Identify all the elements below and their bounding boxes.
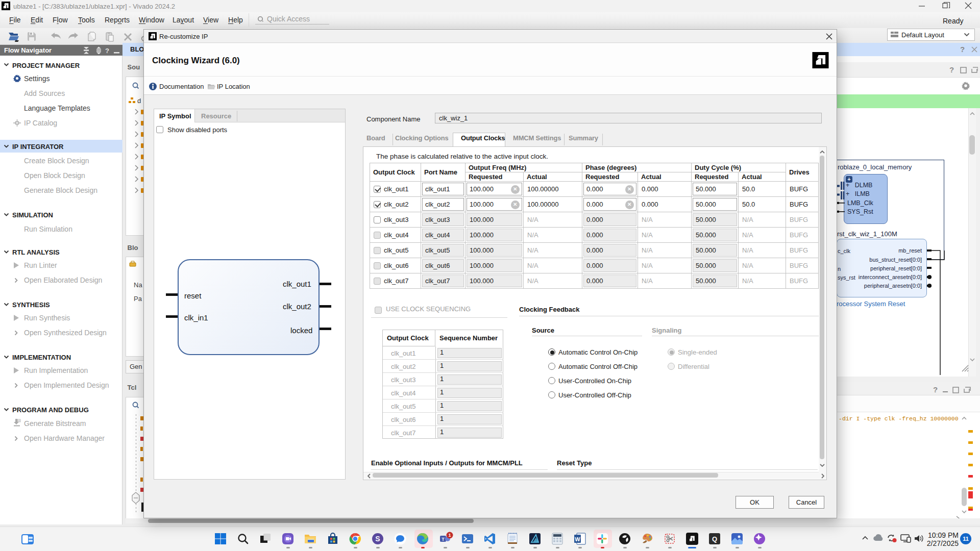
svg-text:Q: Q	[712, 535, 717, 543]
svg-text:?: ?	[949, 66, 954, 74]
svg-text:?: ?	[933, 386, 938, 394]
svg-text:T: T	[442, 537, 445, 542]
svg-text:01: 01	[18, 419, 20, 422]
svg-text:d: d	[137, 97, 141, 104]
svg-text:?: ?	[105, 47, 109, 55]
svg-text:W: W	[575, 536, 580, 542]
svg-text:S: S	[375, 535, 380, 543]
svg-text:1: 1	[448, 533, 451, 538]
